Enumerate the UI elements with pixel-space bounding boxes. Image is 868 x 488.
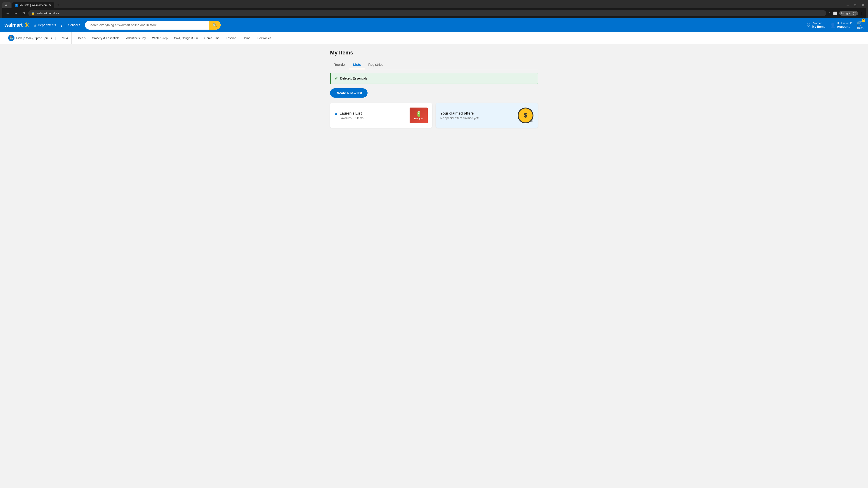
main-content: My Items Reorder Lists Registries ✔ Dele… (326, 44, 542, 133)
services-nav-item[interactable]: ⋮⋮ Services (60, 23, 81, 27)
tab-active[interactable]: W My Lists | Walmart.com ✕ (12, 2, 54, 8)
profile-icon[interactable]: ⬜ (833, 11, 837, 15)
cart-price: $0.00 (857, 27, 864, 30)
sub-nav: 🏪 Pickup today, 9pm-10pm ▼ | 07094 Deals… (0, 32, 868, 44)
offers-info: Your claimed offers No special offers cl… (440, 111, 518, 120)
tabs-container: Reorder Lists Registries (330, 60, 538, 69)
cart-count-badge: 0 (862, 19, 865, 22)
forward-button[interactable]: → (13, 10, 19, 16)
walmart-logo[interactable]: walmart ✳ (4, 22, 29, 29)
laurens-list-card[interactable]: ♥ Lauren's List Favorites · 7 items 🔋 En… (330, 103, 432, 128)
account-button[interactable]: 👤 Hi, Lauren D Account (830, 22, 852, 29)
success-banner: ✔ Deleted: Essentials (330, 73, 538, 84)
success-message: Deleted: Essentials (340, 76, 367, 80)
offers-card[interactable]: Your claimed offers No special offers cl… (436, 103, 538, 128)
tab-reorder[interactable]: Reorder (330, 60, 349, 69)
minimize-button[interactable]: ─ (845, 3, 850, 7)
cards-grid: ♥ Lauren's List Favorites · 7 items 🔋 En… (330, 103, 538, 128)
store-icon: 🏪 (8, 35, 14, 41)
account-label: Account (837, 25, 852, 29)
walmart-header: walmart ✳ ⊞ Departments ⋮⋮ Services 🔍 ♡ … (0, 18, 868, 32)
pickup-label: Pickup today, 9pm-10pm (16, 36, 49, 40)
reorder-label: Reorder (812, 22, 826, 25)
browser-tabs: ◀ W My Lists | Walmart.com ✕ + ─ □ ✕ (2, 2, 866, 8)
offers-title: Your claimed offers (440, 111, 518, 116)
apps-icon: ⋮⋮ (60, 23, 67, 27)
list-card-info: ♥ Lauren's List Favorites · 7 items (335, 111, 364, 120)
departments-nav-item[interactable]: ⊞ Departments (34, 23, 56, 27)
refresh-arrow-icon: ↻ (530, 118, 533, 123)
services-label: Services (68, 23, 81, 27)
wishlist-button[interactable]: ♡ Reorder My Items (807, 22, 826, 29)
nav-winter-prep[interactable]: Winter Prep (149, 33, 170, 43)
nav-back-arrow: ◀ (5, 4, 7, 7)
nav-fashion[interactable]: Fashion (223, 33, 239, 43)
walmart-wordmark: walmart (4, 22, 23, 28)
menu-icon[interactable]: ⋮ (860, 11, 864, 15)
account-greeting: Hi, Lauren D (837, 22, 852, 25)
back-button[interactable]: ← (4, 10, 11, 16)
sub-nav-links: Deals Grocery & Essentials Valentine's D… (72, 33, 274, 43)
reload-button[interactable]: ↻ (21, 10, 26, 16)
page-title: My Items (330, 50, 538, 56)
list-card-thumbnail: 🔋 Energizer (410, 107, 428, 123)
nav-electronics[interactable]: Electronics (254, 33, 274, 43)
grid-icon: ⊞ (34, 23, 37, 27)
my-items-label: My Items (812, 25, 826, 29)
departments-label: Departments (38, 23, 56, 27)
tab-close-button[interactable]: ✕ (49, 3, 52, 7)
incognito-badge[interactable]: Incognito (3) (839, 11, 858, 15)
cart-button[interactable]: 🛒 0 $0.00 (857, 20, 864, 30)
create-list-button[interactable]: Create a new list (330, 88, 368, 98)
list-heart-icon: ♥ (335, 112, 337, 117)
tab-lists[interactable]: Lists (349, 60, 365, 69)
dollar-circle-icon: $ ↻ (518, 107, 533, 123)
browser-chrome: ◀ W My Lists | Walmart.com ✕ + ─ □ ✕ ← →… (0, 0, 868, 18)
maximize-button[interactable]: □ (853, 3, 858, 7)
zip-code: 07094 (60, 36, 68, 40)
offers-icon: $ ↻ (518, 107, 533, 123)
nav-game-time[interactable]: Game Time (202, 33, 222, 43)
browser-toolbar-right: ☆ ⬜ Incognito (3) ⋮ (828, 11, 864, 15)
browser-toolbar: ← → ↻ 🔒 walmart.com/lists ☆ ⬜ Incognito … (2, 8, 866, 18)
address-text: walmart.com/lists (37, 11, 59, 15)
spark-icon: ✳ (24, 22, 29, 29)
tab-favicon-icon: W (15, 4, 18, 7)
nav-cold-flu[interactable]: Cold, Cough & Flu (171, 33, 201, 43)
list-card-subtitle: Favorites · 7 items (340, 116, 364, 120)
tab-title: My Lists | Walmart.com (20, 4, 48, 7)
nav-deals[interactable]: Deals (75, 33, 88, 43)
search-input[interactable] (85, 21, 209, 29)
list-card-title: Lauren's List (340, 111, 364, 116)
heart-icon: ♡ (807, 22, 811, 28)
new-tab-button[interactable]: + (55, 2, 61, 8)
offers-subtitle: No special offers claimed yet! (440, 116, 518, 120)
nav-home[interactable]: Home (240, 33, 253, 43)
tab-inactive[interactable]: ◀ (2, 2, 11, 8)
close-window-button[interactable]: ✕ (860, 3, 866, 7)
tab-registries[interactable]: Registries (365, 60, 387, 69)
nav-valentines[interactable]: Valentine's Day (123, 33, 149, 43)
search-button[interactable]: 🔍 (209, 21, 221, 30)
address-bar[interactable]: 🔒 walmart.com/lists (28, 10, 826, 16)
bookmark-icon[interactable]: ☆ (828, 11, 831, 15)
account-icon: 👤 (830, 22, 836, 28)
pickup-button[interactable]: 🏪 Pickup today, 9pm-10pm ▼ | 07094 (4, 32, 72, 44)
checkmark-icon: ✔ (335, 76, 338, 81)
header-nav: ⊞ Departments ⋮⋮ Services (34, 23, 81, 27)
header-actions: ♡ Reorder My Items 👤 Hi, Lauren D Accoun… (807, 20, 864, 30)
header-search: 🔍 (85, 21, 221, 30)
chevron-down-icon: ▼ (51, 37, 53, 39)
nav-grocery[interactable]: Grocery & Essentials (89, 33, 122, 43)
